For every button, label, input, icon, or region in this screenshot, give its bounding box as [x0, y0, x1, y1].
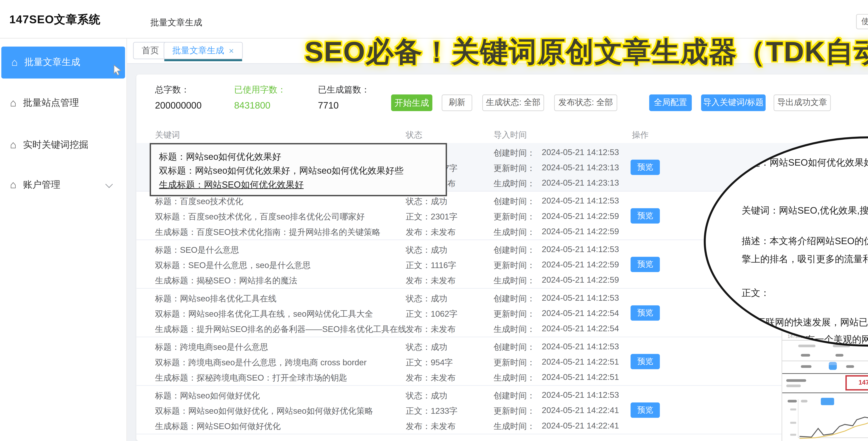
- tooltip-title: 标题：网站seo如何优化效果好: [159, 150, 446, 163]
- publish-status-select[interactable]: 发布状态: 全部: [554, 94, 617, 111]
- created-time-label: 创建时间：: [494, 342, 535, 353]
- generate-status-select[interactable]: 生成状态: 全部: [482, 94, 544, 111]
- row-status: 状态：成功: [406, 196, 447, 208]
- created-time-value: 2024-05-21 14:12:53: [542, 342, 619, 353]
- bubble-description-line1: 描述：本文将介绍网站SEO的优化方法，帮助您提升网: [742, 235, 868, 247]
- generated-time-label: 生成时间：: [494, 421, 535, 432]
- keyword-tooltip: 标题：网站seo如何优化效果好 双标题：网站seo如何优化效果好，网站seo如何…: [150, 143, 447, 196]
- home-icon: ⌂: [10, 98, 16, 108]
- preview-button[interactable]: 预览: [630, 208, 660, 223]
- start-generate-button[interactable]: 开始生成: [391, 94, 432, 111]
- table-row[interactable]: 标题：网站seo如何做好优化 双标题：网站seo如何做好优化，网站seo如何做好…: [136, 386, 868, 434]
- generated-time-value: 2024-05-21 14:22:51: [542, 373, 619, 384]
- updated-time-label: 更新时间：: [494, 309, 535, 320]
- home-icon: ⌂: [11, 57, 18, 68]
- updated-time-value: 2024-05-21 14:23:13: [542, 163, 619, 174]
- home-icon: ⌂: [10, 140, 16, 150]
- row-double-title: 双标题：网站seo如何做好优化，网站seo如何做好优化策略: [155, 406, 373, 417]
- total-words-label: 总字数：: [155, 84, 190, 96]
- preview-button[interactable]: 预览: [630, 403, 660, 418]
- generated-time-value: 2024-05-21 14:23:13: [542, 178, 619, 190]
- generated-time-label: 生成时间：: [494, 178, 535, 190]
- tab-home[interactable]: 首页: [133, 42, 167, 59]
- generated-time-value: 2024-05-21 14:22:41: [542, 421, 619, 432]
- sidebar-item-label: 账户管理: [23, 179, 60, 191]
- row-double-title: 双标题：百度seo技术优化，百度seo排名优化公司哪家好: [155, 212, 365, 223]
- bubble-description-line2: 擎上的排名，吸引更多的流量和用户。: [742, 253, 868, 265]
- chevron-down-icon: [105, 181, 113, 188]
- bubble-keywords: 关键词：网站SEO,优化效果,搜索引擎排名,流量,用户: [742, 205, 868, 217]
- row-publish-status: 发布：未发布: [406, 324, 456, 335]
- created-time-value: 2024-05-21 14:12:53: [542, 148, 619, 159]
- created-time-value: 2024-05-21 14:12:53: [542, 245, 619, 256]
- updated-time-label: 更新时间：: [494, 357, 535, 369]
- row-publish-status: 发布：未发布: [406, 373, 456, 384]
- sidebar-item-label: 批量文章生成: [25, 57, 81, 69]
- row-word-count: 正文：1062字: [406, 309, 458, 320]
- row-title: 标题：百度seo技术优化: [155, 196, 243, 208]
- row-title: 标题：SEO是什么意思: [155, 245, 239, 256]
- row-word-count: 正文：1233字: [406, 406, 458, 417]
- app-logo: 147SEO文章系统: [9, 12, 101, 27]
- col-header-import-time: 导入时间: [494, 130, 527, 141]
- case-annotation: 147SEO官网案例，收录和排名稳定上升！: [845, 375, 868, 390]
- tutorial-button[interactable]: 使用教程: [856, 14, 868, 29]
- row-status: 状态：成功: [406, 245, 447, 256]
- row-word-count: 正文：954字: [406, 357, 453, 369]
- top-header: 147SEO文章系统 批量文章生成 使用教程 联系客服 65e4811dfb64…: [0, 0, 868, 38]
- close-icon[interactable]: ×: [229, 46, 234, 55]
- table-row[interactable]: 标题：跨境电商seo是什么意思 双标题：跨境电商seo是什么意思，跨境电商 cr…: [136, 337, 868, 386]
- row-word-count: 正文：1116字: [406, 260, 456, 271]
- row-double-title: 双标题：SEO是什么意思，seo是什么意思: [155, 260, 311, 271]
- created-time-label: 创建时间：: [494, 148, 535, 159]
- updated-time-label: 更新时间：: [494, 260, 535, 271]
- created-time-value: 2024-05-21 14:12:53: [542, 293, 619, 305]
- preview-button[interactable]: 预览: [630, 306, 660, 321]
- global-config-button[interactable]: 全局配置: [649, 94, 692, 111]
- row-status: 状态：成功: [406, 390, 447, 402]
- tab-label: 首页: [142, 44, 159, 57]
- preview-button[interactable]: 预览: [630, 354, 660, 369]
- row-word-count: 正文：2301字: [406, 212, 458, 223]
- sidebar-item-batch-site[interactable]: ⌂ 批量站点管理: [0, 90, 126, 116]
- preview-button[interactable]: 预览: [630, 257, 660, 272]
- created-time-label: 创建时间：: [494, 390, 535, 402]
- promo-banner-title: SEO必备！关键词原创文章生成器（TDK自动生成）: [305, 33, 868, 71]
- export-success-button[interactable]: 导出成功文章: [774, 94, 831, 111]
- updated-time-label: 更新时间：: [494, 212, 535, 223]
- updated-time-value: 2024-05-21 14:22:41: [542, 406, 619, 417]
- home-icon: ⌂: [10, 180, 16, 190]
- import-keywords-button[interactable]: 导入关键词/标题: [701, 94, 766, 111]
- generated-time-label: 生成时间：: [494, 275, 535, 287]
- total-words-value: 200000000: [155, 100, 202, 111]
- used-words-value: 8431800: [234, 100, 271, 111]
- generated-time-value: 2024-05-21 14:22:59: [542, 227, 619, 238]
- created-time-value: 2024-05-21 14:12:53: [542, 196, 619, 208]
- row-generated-title: 生成标题：网站SEO如何做好优化: [155, 421, 281, 432]
- sidebar: ⌂ 批量文章生成 ⌂ 批量站点管理 ⌂ 实时关键词挖掘 ⌂ 账户管理: [0, 38, 127, 441]
- created-time-label: 创建时间：: [494, 245, 535, 256]
- row-title: 标题：跨境电商seo是什么意思: [155, 342, 268, 353]
- case-study-screenshot: 147seo官网数据 147SEO官网案例，收录和排名稳定上升: [781, 330, 868, 441]
- created-time-label: 创建时间：: [494, 196, 535, 208]
- row-publish-status: 发布：未发布: [406, 227, 456, 238]
- preview-button[interactable]: 预览: [630, 160, 660, 175]
- updated-time-value: 2024-05-21 14:22:59: [542, 212, 619, 223]
- tab-batch-article[interactable]: 批量文章生成 ×: [164, 42, 243, 59]
- updated-time-label: 更新时间：: [494, 406, 535, 417]
- updated-time-value: 2024-05-21 14:22:59: [542, 260, 619, 271]
- sidebar-item-account[interactable]: ⌂ 账户管理: [0, 172, 126, 198]
- bar-chart-icon: [829, 362, 837, 370]
- bubble-body-label: 正文：: [742, 287, 770, 299]
- generated-time-label: 生成时间：: [494, 373, 535, 384]
- updated-time-label: 更新时间：: [494, 163, 535, 174]
- created-time-label: 创建时间：: [494, 293, 535, 305]
- col-header-action: 操作: [632, 130, 649, 141]
- sidebar-item-batch-article[interactable]: ⌂ 批量文章生成: [1, 46, 125, 78]
- generated-time-value: 2024-05-21 14:22:59: [542, 275, 619, 287]
- row-publish-status: 发布：未发布: [406, 275, 456, 287]
- row-status: 状态：成功: [406, 293, 447, 305]
- created-time-value: 2024-05-21 14:12:53: [542, 390, 619, 402]
- sidebar-item-keyword-mining[interactable]: ⌂ 实时关键词挖掘: [0, 132, 126, 158]
- refresh-button[interactable]: 刷新: [442, 94, 472, 111]
